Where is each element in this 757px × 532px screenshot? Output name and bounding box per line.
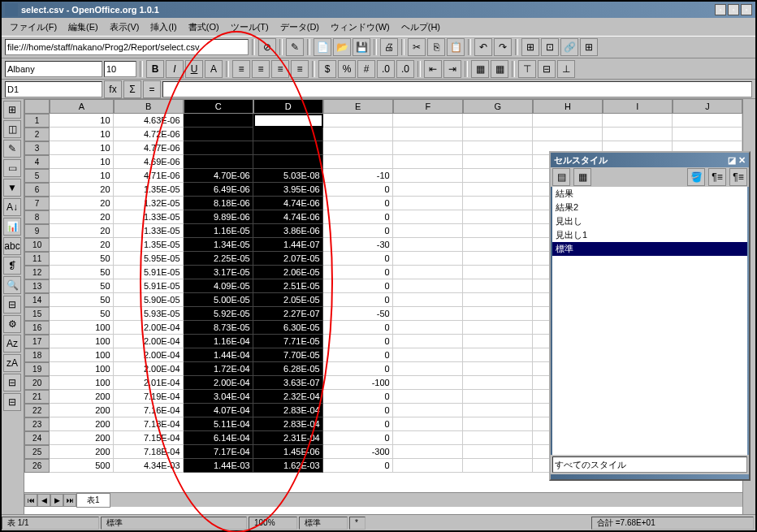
cell[interactable] [393,445,463,459]
cell[interactable] [393,128,463,141]
menu-ツール[interactable]: ツール(T) [226,19,274,35]
cell[interactable] [393,252,463,266]
cell[interactable]: 2.00E-04 [114,348,184,362]
cell[interactable]: 6.14E-04 [184,431,253,445]
row-header[interactable]: 5 [24,169,50,183]
cell[interactable] [463,390,533,404]
cell[interactable]: 3.86E-06 [253,224,323,238]
copy-icon[interactable]: ⎘ [427,38,445,56]
column-header-J[interactable]: J [673,99,742,114]
cell[interactable]: 4.77E-06 [114,141,184,155]
menu-ファイル[interactable]: ファイル(F) [5,19,62,35]
cell[interactable]: 4.70E-06 [184,169,253,183]
maximize-button[interactable]: ◦ [728,4,739,15]
tab-next-button[interactable]: ▶ [50,494,63,507]
new-style-icon[interactable]: ¶≡ [708,168,726,186]
cell[interactable] [393,155,463,169]
cell[interactable] [673,128,742,141]
cell[interactable]: 2.51E-05 [253,279,323,293]
cell[interactable]: 4.69E-06 [114,155,184,169]
row-header[interactable]: 23 [24,417,50,431]
cell[interactable] [393,210,463,224]
row-header[interactable]: 2 [24,128,50,141]
cell[interactable] [463,445,533,459]
cell[interactable]: 5.91E-05 [114,266,184,279]
datasource-icon[interactable]: ⊟ [3,296,21,314]
cell[interactable] [463,417,533,431]
cell[interactable]: 7.15E-04 [114,431,184,445]
cell[interactable]: 10 [50,169,113,183]
fill-format-icon[interactable]: 🪣 [687,168,705,186]
cell[interactable]: 2.01E-04 [114,376,184,390]
cell[interactable] [393,362,463,376]
row-header[interactable]: 24 [24,431,50,445]
status-sum[interactable]: 合計 =7.68E+01 [591,517,754,530]
cell[interactable]: 1.33E-05 [114,224,184,238]
menu-ヘルプ[interactable]: ヘルプ(H) [396,19,445,35]
borders-button[interactable]: ▦ [471,60,489,78]
cell[interactable]: 200 [50,404,113,417]
open-icon[interactable]: 📂 [333,38,351,56]
cell-reference-input[interactable] [5,81,102,97]
find-icon[interactable]: 🔍 [3,276,21,294]
cell[interactable] [463,266,533,279]
cell[interactable]: 0 [323,266,393,279]
cell[interactable]: 2.27E-07 [253,307,323,321]
cell[interactable]: 7.70E-05 [253,348,323,362]
cell[interactable] [393,279,463,293]
cell[interactable]: 3.63E-07 [253,376,323,390]
function-wizard-button[interactable]: fx [104,80,122,98]
cell[interactable]: 0 [323,348,393,362]
cell[interactable] [253,141,323,155]
cell[interactable] [463,224,533,238]
cell[interactable]: 50 [50,266,113,279]
styles-icon[interactable]: ⊡ [541,38,559,56]
row-header[interactable]: 25 [24,445,50,459]
font-select[interactable] [5,61,102,77]
cell[interactable]: 4.63E-06 [114,114,184,128]
undo-icon[interactable]: ↶ [474,38,492,56]
cell[interactable]: 6.28E-05 [253,362,323,376]
cell[interactable] [463,252,533,266]
cell[interactable]: 10 [50,114,113,128]
paste-icon[interactable]: 📋 [447,38,465,56]
cell[interactable] [393,431,463,445]
cell[interactable] [323,155,393,169]
cell[interactable]: 9.89E-06 [184,210,253,224]
dec-indent-button[interactable]: ⇤ [424,60,442,78]
cell[interactable]: 20 [50,183,113,197]
cell[interactable]: 50 [50,307,113,321]
cell[interactable]: 4.74E-06 [253,197,323,210]
row-header[interactable]: 1 [24,114,50,128]
cell[interactable] [393,224,463,238]
cell[interactable] [253,155,323,169]
cell[interactable]: 10 [50,155,113,169]
cell[interactable]: 1.44E-03 [184,459,253,473]
page-styles-icon[interactable]: ▦ [573,168,591,186]
row-header[interactable]: 11 [24,252,50,266]
cell[interactable]: 5.92E-05 [184,307,253,321]
insert-cells-icon[interactable]: ⊞ [3,101,21,119]
cell[interactable] [603,114,673,128]
menu-挿入[interactable]: 挿入(I) [145,19,181,35]
cell[interactable]: 0 [323,417,393,431]
spell-icon[interactable]: abc [3,237,21,255]
sum-button[interactable]: Σ [123,80,141,98]
cell[interactable]: 2.06E-05 [253,266,323,279]
row-header[interactable]: 26 [24,459,50,473]
close-button[interactable]: ◦ [741,4,752,15]
fontsize-select[interactable] [104,61,136,77]
row-header[interactable]: 12 [24,266,50,279]
cell[interactable]: 2.00E-04 [114,321,184,335]
column-header-F[interactable]: F [393,99,463,114]
thesaurus-icon[interactable]: ❡ [3,257,21,275]
cell[interactable]: 0 [323,321,393,335]
cell[interactable] [393,293,463,307]
cell[interactable] [323,128,393,141]
align-right-button[interactable]: ≡ [271,60,289,78]
align-center-button[interactable]: ≡ [252,60,270,78]
currency-button[interactable]: $ [318,60,336,78]
cell[interactable]: 1.34E-05 [184,238,253,252]
cell[interactable]: 7.18E-04 [114,417,184,431]
cell[interactable]: 1.45E-06 [253,445,323,459]
